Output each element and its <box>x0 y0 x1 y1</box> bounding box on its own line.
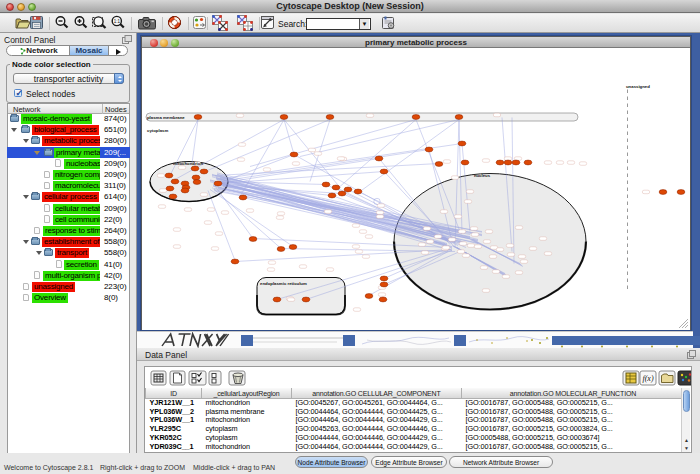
svg-text:endoplasmic reticulum: endoplasmic reticulum <box>260 281 307 286</box>
svg-text:mitochondrion: mitochondrion <box>173 161 203 166</box>
svg-text:plasma membrane: plasma membrane <box>147 115 185 120</box>
svg-text:unassigned: unassigned <box>626 84 650 89</box>
svg-text:1:1: 1:1 <box>114 19 121 24</box>
svg-text:f(x): f(x) <box>642 374 653 383</box>
svg-text:nucleus: nucleus <box>474 173 491 178</box>
svg-text:cytoplasm: cytoplasm <box>147 128 168 133</box>
